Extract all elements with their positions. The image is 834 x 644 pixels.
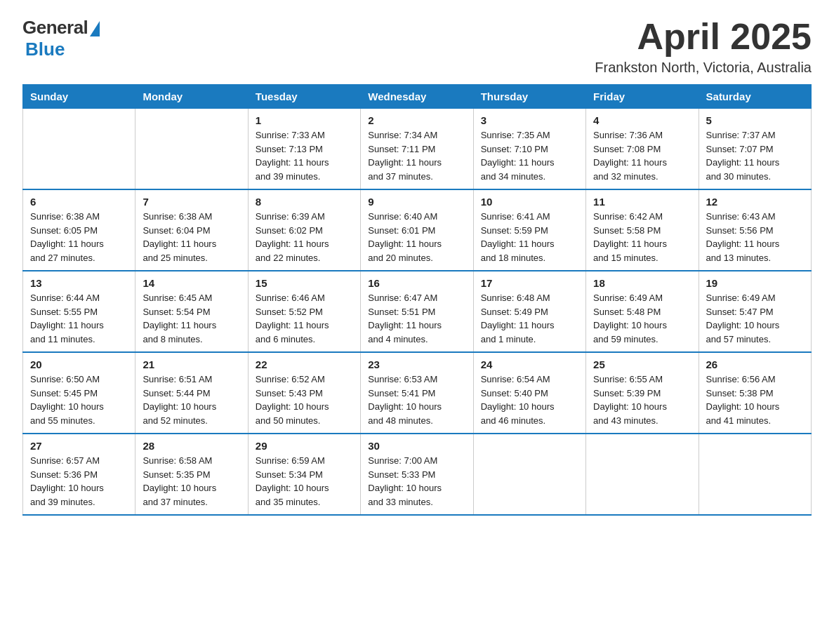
day-info: Sunrise: 6:43 AMSunset: 5:56 PMDaylight:…	[706, 210, 804, 264]
logo-triangle-icon	[90, 21, 100, 36]
logo-blue-text: Blue	[25, 39, 65, 60]
day-number: 15	[256, 277, 353, 289]
day-header-saturday: Saturday	[699, 85, 811, 109]
day-info: Sunrise: 6:48 AMSunset: 5:49 PMDaylight:…	[481, 291, 578, 346]
calendar-cell: 28Sunrise: 6:58 AMSunset: 5:35 PMDayligh…	[135, 434, 248, 515]
calendar-cell	[23, 109, 135, 190]
day-info: Sunrise: 6:55 AMSunset: 5:39 PMDaylight:…	[593, 373, 691, 427]
day-number: 6	[30, 196, 128, 208]
day-info: Sunrise: 6:54 AMSunset: 5:40 PMDaylight:…	[481, 373, 578, 427]
day-number: 22	[256, 358, 353, 370]
calendar-cell: 12Sunrise: 6:43 AMSunset: 5:56 PMDayligh…	[699, 189, 811, 271]
day-number: 23	[368, 358, 465, 370]
day-info: Sunrise: 6:49 AMSunset: 5:48 PMDaylight:…	[593, 291, 691, 346]
calendar-cell: 15Sunrise: 6:46 AMSunset: 5:52 PMDayligh…	[248, 271, 360, 352]
calendar-cell	[699, 434, 811, 515]
week-row-1: 1Sunrise: 7:33 AMSunset: 7:13 PMDaylight…	[23, 109, 812, 190]
calendar-cell: 13Sunrise: 6:44 AMSunset: 5:55 PMDayligh…	[23, 271, 135, 352]
day-number: 25	[593, 358, 691, 370]
calendar-cell	[473, 434, 585, 515]
calendar-cell: 24Sunrise: 6:54 AMSunset: 5:40 PMDayligh…	[473, 352, 585, 434]
day-header-monday: Monday	[135, 85, 248, 109]
day-info: Sunrise: 6:47 AMSunset: 5:51 PMDaylight:…	[368, 291, 465, 346]
calendar-cell: 21Sunrise: 6:51 AMSunset: 5:44 PMDayligh…	[135, 352, 248, 434]
day-info: Sunrise: 7:00 AMSunset: 5:33 PMDaylight:…	[368, 454, 465, 509]
day-number: 24	[481, 358, 578, 370]
day-number: 18	[593, 277, 691, 289]
day-header-tuesday: Tuesday	[248, 85, 360, 109]
calendar-cell: 25Sunrise: 6:55 AMSunset: 5:39 PMDayligh…	[586, 352, 699, 434]
day-number: 12	[706, 196, 804, 208]
calendar-cell: 26Sunrise: 6:56 AMSunset: 5:38 PMDayligh…	[699, 352, 811, 434]
calendar-cell: 18Sunrise: 6:49 AMSunset: 5:48 PMDayligh…	[586, 271, 699, 352]
location-subtitle: Frankston North, Victoria, Australia	[595, 60, 812, 76]
calendar-cell: 6Sunrise: 6:38 AMSunset: 6:05 PMDaylight…	[23, 189, 135, 271]
day-info: Sunrise: 6:58 AMSunset: 5:35 PMDaylight:…	[143, 454, 240, 509]
day-number: 19	[706, 277, 804, 289]
days-header-row: SundayMondayTuesdayWednesdayThursdayFrid…	[23, 85, 812, 109]
calendar-cell: 29Sunrise: 6:59 AMSunset: 5:34 PMDayligh…	[248, 434, 360, 515]
calendar-cell: 27Sunrise: 6:57 AMSunset: 5:36 PMDayligh…	[23, 434, 135, 515]
calendar-cell: 9Sunrise: 6:40 AMSunset: 6:01 PMDaylight…	[361, 189, 473, 271]
day-header-wednesday: Wednesday	[361, 85, 473, 109]
calendar-cell	[135, 109, 248, 190]
day-info: Sunrise: 6:53 AMSunset: 5:41 PMDaylight:…	[368, 373, 465, 427]
calendar-cell: 2Sunrise: 7:34 AMSunset: 7:11 PMDaylight…	[361, 109, 473, 190]
day-info: Sunrise: 7:33 AMSunset: 7:13 PMDaylight:…	[256, 128, 353, 183]
day-info: Sunrise: 7:35 AMSunset: 7:10 PMDaylight:…	[481, 128, 578, 183]
day-number: 7	[143, 196, 240, 208]
day-number: 14	[143, 277, 240, 289]
calendar-cell: 17Sunrise: 6:48 AMSunset: 5:49 PMDayligh…	[473, 271, 585, 352]
day-info: Sunrise: 7:34 AMSunset: 7:11 PMDaylight:…	[368, 128, 465, 183]
day-number: 16	[368, 277, 465, 289]
day-header-friday: Friday	[586, 85, 699, 109]
day-number: 2	[368, 114, 465, 126]
week-row-3: 13Sunrise: 6:44 AMSunset: 5:55 PMDayligh…	[23, 271, 812, 352]
day-number: 10	[481, 196, 578, 208]
calendar-cell: 16Sunrise: 6:47 AMSunset: 5:51 PMDayligh…	[361, 271, 473, 352]
calendar-cell: 23Sunrise: 6:53 AMSunset: 5:41 PMDayligh…	[361, 352, 473, 434]
day-info: Sunrise: 6:56 AMSunset: 5:38 PMDaylight:…	[706, 373, 804, 427]
day-number: 27	[30, 440, 128, 452]
day-info: Sunrise: 6:57 AMSunset: 5:36 PMDaylight:…	[30, 454, 128, 509]
page-header: General Blue April 2025 Frankston North,…	[22, 17, 812, 76]
calendar-cell: 10Sunrise: 6:41 AMSunset: 5:59 PMDayligh…	[473, 189, 585, 271]
day-number: 28	[143, 440, 240, 452]
day-number: 8	[256, 196, 353, 208]
day-info: Sunrise: 6:46 AMSunset: 5:52 PMDaylight:…	[256, 291, 353, 346]
day-number: 4	[593, 114, 691, 126]
day-info: Sunrise: 6:59 AMSunset: 5:34 PMDaylight:…	[256, 454, 353, 509]
day-info: Sunrise: 6:38 AMSunset: 6:05 PMDaylight:…	[30, 210, 128, 264]
day-number: 13	[30, 277, 128, 289]
calendar-cell	[586, 434, 699, 515]
day-info: Sunrise: 6:49 AMSunset: 5:47 PMDaylight:…	[706, 291, 804, 346]
day-info: Sunrise: 7:36 AMSunset: 7:08 PMDaylight:…	[593, 128, 691, 183]
calendar-cell: 22Sunrise: 6:52 AMSunset: 5:43 PMDayligh…	[248, 352, 360, 434]
day-number: 11	[593, 196, 691, 208]
day-info: Sunrise: 6:38 AMSunset: 6:04 PMDaylight:…	[143, 210, 240, 264]
day-info: Sunrise: 7:37 AMSunset: 7:07 PMDaylight:…	[706, 128, 804, 183]
day-info: Sunrise: 6:42 AMSunset: 5:58 PMDaylight:…	[593, 210, 691, 264]
day-number: 29	[256, 440, 353, 452]
day-header-thursday: Thursday	[473, 85, 585, 109]
day-number: 9	[368, 196, 465, 208]
calendar-cell: 5Sunrise: 7:37 AMSunset: 7:07 PMDaylight…	[699, 109, 811, 190]
calendar-cell: 20Sunrise: 6:50 AMSunset: 5:45 PMDayligh…	[23, 352, 135, 434]
calendar-cell: 4Sunrise: 7:36 AMSunset: 7:08 PMDaylight…	[586, 109, 699, 190]
logo-general-text: General	[22, 17, 88, 39]
week-row-5: 27Sunrise: 6:57 AMSunset: 5:36 PMDayligh…	[23, 434, 812, 515]
calendar-cell: 14Sunrise: 6:45 AMSunset: 5:54 PMDayligh…	[135, 271, 248, 352]
main-title: April 2025	[595, 17, 812, 57]
day-header-sunday: Sunday	[23, 85, 135, 109]
calendar-cell: 1Sunrise: 7:33 AMSunset: 7:13 PMDaylight…	[248, 109, 360, 190]
day-info: Sunrise: 6:41 AMSunset: 5:59 PMDaylight:…	[481, 210, 578, 264]
day-info: Sunrise: 6:39 AMSunset: 6:02 PMDaylight:…	[256, 210, 353, 264]
day-number: 5	[706, 114, 804, 126]
calendar-cell: 7Sunrise: 6:38 AMSunset: 6:04 PMDaylight…	[135, 189, 248, 271]
day-number: 26	[706, 358, 804, 370]
day-info: Sunrise: 6:40 AMSunset: 6:01 PMDaylight:…	[368, 210, 465, 264]
day-number: 20	[30, 358, 128, 370]
day-info: Sunrise: 6:45 AMSunset: 5:54 PMDaylight:…	[143, 291, 240, 346]
day-number: 17	[481, 277, 578, 289]
calendar-table: SundayMondayTuesdayWednesdayThursdayFrid…	[22, 84, 812, 516]
